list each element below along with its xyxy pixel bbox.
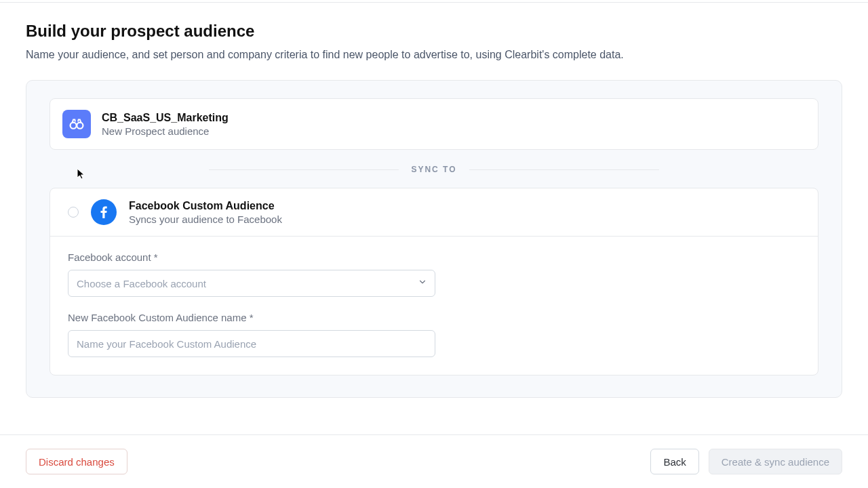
discard-button[interactable]: Discard changes: [26, 449, 127, 474]
back-button[interactable]: Back: [650, 449, 698, 474]
facebook-icon: [91, 199, 117, 225]
audience-name: CB_SaaS_US_Marketing: [102, 112, 229, 124]
config-panel: CB_SaaS_US_Marketing New Prospect audien…: [26, 80, 842, 398]
custom-audience-name-input[interactable]: [68, 330, 435, 357]
sync-divider: SYNC TO: [50, 165, 818, 174]
page-subtitle: Name your audience, and set person and c…: [26, 49, 842, 61]
page-title: Build your prospect audience: [26, 22, 842, 41]
radio-facebook[interactable]: [68, 207, 79, 218]
facebook-account-placeholder: Choose a Facebook account: [77, 278, 206, 289]
sync-destination-subtitle: Syncs your audience to Facebook: [129, 214, 282, 225]
svg-point-0: [71, 123, 77, 129]
custom-audience-name-label: New Facebook Custom Audience name *: [68, 312, 800, 323]
facebook-account-label: Facebook account *: [68, 251, 800, 263]
svg-point-1: [77, 123, 83, 129]
sync-destination-title: Facebook Custom Audience: [129, 200, 282, 212]
sync-destination-header[interactable]: Facebook Custom Audience Syncs your audi…: [50, 188, 818, 237]
sync-destination-card: Facebook Custom Audience Syncs your audi…: [50, 188, 818, 375]
audience-type-label: New Prospect audience: [102, 125, 229, 137]
footer-bar: Discard changes Back Create & sync audie…: [0, 434, 868, 488]
facebook-account-select[interactable]: Choose a Facebook account: [68, 270, 435, 297]
binoculars-icon: [62, 110, 91, 138]
sync-to-label: SYNC TO: [399, 165, 469, 174]
audience-card: CB_SaaS_US_Marketing New Prospect audien…: [50, 98, 818, 150]
create-sync-button[interactable]: Create & sync audience: [709, 449, 842, 474]
